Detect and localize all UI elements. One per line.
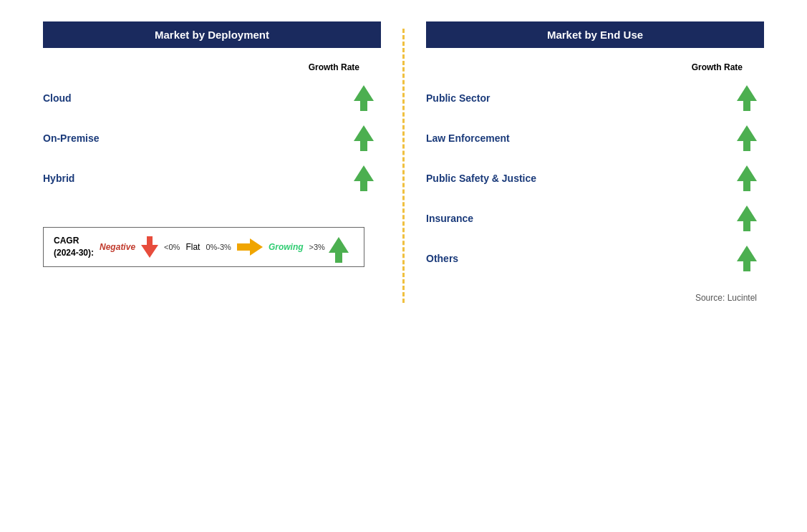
deployment-panel: Market by Deployment Growth Rate Cloud O… — [43, 21, 381, 267]
end-use-panel: Market by End Use Growth Rate Public Sec… — [426, 21, 764, 303]
cloud-arrow-up-icon — [354, 85, 374, 111]
law-enforcement-label: Law Enforcement — [426, 132, 510, 144]
others-arrow-icon — [737, 246, 757, 271]
end-use-growth-label: Growth Rate — [426, 62, 764, 72]
public-sector-row: Public Sector — [426, 78, 764, 118]
on-premise-arrow-up-icon — [354, 125, 374, 151]
on-premise-row: On-Premise — [43, 118, 381, 158]
law-enforcement-row: Law Enforcement — [426, 118, 764, 158]
insurance-arrow-icon — [737, 205, 757, 231]
legend-box: CAGR (2024-30): Negative <0% Flat 0%-3% … — [43, 227, 364, 267]
law-enforcement-arrow-icon — [737, 125, 757, 151]
on-premise-label: On-Premise — [43, 132, 100, 144]
insurance-label: Insurance — [426, 213, 473, 224]
hybrid-arrow-up-icon — [354, 165, 374, 191]
public-sector-label: Public Sector — [426, 92, 490, 104]
public-safety-row: Public Safety & Justice — [426, 158, 764, 198]
legend-yellow-right-icon — [237, 238, 263, 256]
cloud-label: Cloud — [43, 92, 72, 104]
legend-red-down-icon — [141, 236, 158, 258]
insurance-row: Insurance — [426, 198, 764, 238]
others-row: Others — [426, 238, 764, 279]
others-label: Others — [426, 253, 458, 264]
public-sector-arrow-icon — [737, 85, 757, 111]
source-text: Source: Lucintel — [426, 293, 764, 303]
end-use-title: Market by End Use — [426, 21, 764, 48]
legend-green-up-icon — [331, 237, 347, 257]
deployment-title: Market by Deployment — [43, 21, 381, 48]
cagr-label: CAGR (2024-30): — [54, 235, 94, 259]
deployment-growth-label: Growth Rate — [43, 62, 381, 72]
hybrid-label: Hybrid — [43, 173, 74, 184]
public-safety-arrow-icon — [737, 165, 757, 191]
panel-divider — [402, 29, 405, 303]
public-safety-label: Public Safety & Justice — [426, 173, 536, 184]
hybrid-row: Hybrid — [43, 158, 381, 198]
cloud-row: Cloud — [43, 78, 381, 118]
